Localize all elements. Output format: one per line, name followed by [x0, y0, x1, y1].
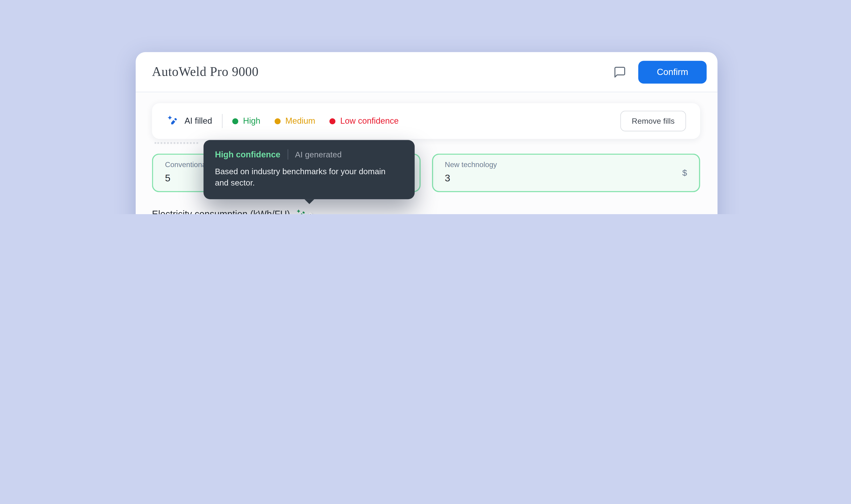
page-title: AutoWeld Pro 9000 [152, 65, 259, 79]
ai-sparkle-icon [166, 114, 179, 127]
screen: AutoWeld Pro 9000 Confirm AI filled High [0, 0, 851, 214]
card-header: AutoWeld Pro 9000 Confirm [136, 52, 718, 92]
tooltip-arrow [304, 199, 314, 204]
legend-divider [222, 114, 222, 128]
new-technology-field[interactable]: New technology 3 $ [432, 154, 700, 192]
high-confidence-dot [232, 118, 238, 124]
ai-sparkle-icon[interactable] [295, 209, 307, 214]
tooltip-body: Based on industry benchmarks for your do… [215, 165, 396, 188]
confidence-tooltip: High confidence AI generated Based on in… [203, 140, 415, 199]
tooltip-subtitle: AI generated [295, 150, 342, 159]
occluded-heading-dots [155, 142, 198, 144]
tooltip-title: High confidence [215, 149, 280, 159]
remove-fills-button[interactable]: Remove fills [620, 111, 686, 131]
ai-filled-indicator: AI filled [166, 114, 212, 127]
low-confidence-dot [329, 118, 335, 124]
medium-confidence-dot [275, 118, 280, 124]
legend-low: Low confidence [329, 116, 398, 126]
ai-legend-bar: AI filled High Medium Low confidence Rem… [152, 103, 700, 139]
section-electricity: Electricity consumption (kWh/FU) Convent… [152, 209, 700, 214]
tooltip-divider [288, 149, 288, 160]
mouse-cursor-icon [309, 213, 323, 214]
section-heading: Electricity consumption (kWh/FU) [152, 209, 700, 214]
confirm-button[interactable]: Confirm [638, 60, 707, 83]
ai-filled-label: AI filled [185, 116, 212, 126]
legend-high: High [232, 116, 260, 126]
comment-bubble-icon[interactable] [613, 65, 626, 78]
legend-medium: Medium [275, 116, 315, 126]
